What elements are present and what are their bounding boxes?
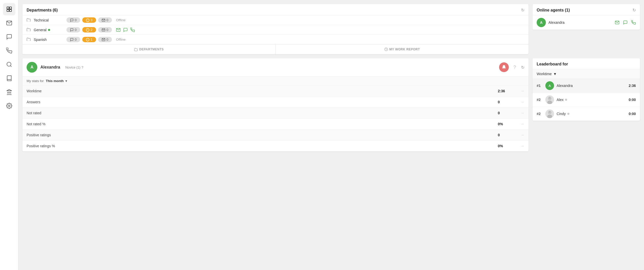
stat-arrow-not-rated-pct[interactable]: → — [520, 122, 524, 126]
dept-chat-count-general: 0 — [75, 28, 76, 32]
online-agents-card: Online agents (1) ↻ A Alexandra — [533, 4, 640, 30]
dept-ticket-count-general: 2 — [90, 28, 92, 32]
rank-1: #1 — [537, 84, 543, 88]
sidebar-item-mail[interactable] — [3, 17, 15, 29]
stat-arrow-not-rated[interactable]: → — [520, 111, 524, 115]
agent-icons-alexandra — [615, 20, 636, 25]
stats-filter-label: My stats for — [27, 79, 44, 83]
stat-row-not-rated-pct: Not rated % 0% → — [22, 118, 528, 129]
novice-question-icon[interactable]: ? — [82, 65, 83, 69]
agent-chat-icon[interactable] — [623, 20, 628, 25]
online-agents-title: Online agents (1) — [537, 8, 570, 13]
sidebar-item-phone[interactable] — [3, 44, 15, 57]
dept-action-email-general[interactable] — [116, 28, 121, 32]
stat-row-positive-ratings: Positive ratings 0 → — [22, 129, 528, 140]
stats-header: A Alexandra Novice (1) ? ? ↻ — [22, 58, 528, 76]
sidebar-item-chat[interactable] — [3, 31, 15, 43]
dept-action-chat-general[interactable] — [123, 28, 128, 32]
dept-stats-technical: 0 3 0 Offline — [66, 17, 524, 23]
dept-ticket-badge-general: 2 — [82, 27, 96, 32]
status-question-mark[interactable]: ? — [513, 65, 516, 70]
leaderboard-row-1: #1 A Alexandra 2:36 — [533, 78, 640, 93]
agent-name-alexandra: Alexandra — [548, 20, 612, 25]
svg-point-30 — [547, 100, 552, 104]
dept-actions-general — [116, 28, 135, 32]
sidebar-item-dashboard[interactable] — [3, 3, 15, 15]
stat-arrow-positive-ratings[interactable]: → — [520, 133, 524, 137]
my-stats-card: A Alexandra Novice (1) ? ? ↻ My stats fo… — [22, 58, 528, 151]
novice-badge: Novice (1) ? — [65, 65, 83, 69]
svg-line-6 — [10, 66, 11, 67]
dept-email-count-general: 0 — [106, 28, 108, 32]
dept-ticket-badge-spanish: 1 — [82, 37, 96, 42]
departments-title: Departments (6) — [27, 8, 58, 13]
departments-header: Departments (6) ↻ — [22, 4, 528, 15]
my-stats-refresh-icon[interactable]: ↻ — [521, 65, 524, 70]
sidebar-item-contacts[interactable] — [3, 72, 15, 84]
dept-online-dot-general — [48, 29, 50, 31]
sidebar-item-settings[interactable] — [3, 100, 15, 112]
my-stats-avatar: A — [27, 62, 37, 73]
sidebar-item-search[interactable] — [3, 58, 15, 71]
folder-icon-spanish — [27, 37, 31, 42]
lb-value-1: 2:36 — [629, 84, 636, 88]
lb-offline-dot-cindy — [567, 113, 569, 115]
stat-label-not-rated-pct: Not rated % — [27, 122, 498, 126]
stat-row-worktime: Worktime 2:36 → — [22, 85, 528, 96]
lb-avatar-alexandra: A — [545, 81, 554, 90]
stat-value-not-rated-pct: 0% — [498, 122, 518, 126]
agent-phone-icon[interactable] — [631, 20, 636, 25]
svg-rect-3 — [9, 9, 12, 12]
tab-departments[interactable]: DEPARTMENTS — [22, 44, 275, 54]
departments-refresh-icon[interactable]: ↻ — [521, 8, 524, 13]
dept-chat-count-spanish: 0 — [75, 38, 76, 41]
agent-email-icon[interactable] — [615, 20, 619, 25]
sidebar-item-bank[interactable] — [3, 86, 15, 98]
stat-value-worktime: 2:36 — [498, 89, 518, 93]
dropdown-arrow-icon: ▼ — [65, 79, 68, 83]
stat-arrow-answers[interactable]: → — [520, 100, 524, 104]
my-stats-agent-name: Alexandra — [40, 65, 60, 70]
svg-rect-1 — [9, 7, 12, 9]
svg-point-31 — [549, 98, 549, 98]
departments-tabs: DEPARTMENTS MY WORK REPORT — [22, 44, 528, 54]
agent-row-alexandra: A Alexandra — [533, 15, 640, 30]
bell-icon — [501, 65, 507, 70]
dept-ticket-badge-technical: 3 — [82, 17, 96, 23]
dept-action-phone-general[interactable] — [130, 28, 135, 32]
stat-arrow-worktime[interactable]: → — [520, 89, 524, 93]
dept-email-badge-general: 0 — [98, 27, 112, 32]
svg-point-5 — [7, 62, 11, 66]
departments-card: Departments (6) ↻ Technical 0 — [22, 4, 528, 54]
folder-icon-general — [27, 28, 31, 32]
stat-label-positive-ratings: Positive ratings — [27, 133, 498, 137]
online-agents-refresh-icon[interactable]: ↻ — [632, 8, 636, 13]
leaderboard-title: Leaderboard for — [537, 62, 568, 66]
dept-stats-spanish: 0 1 0 Offline — [66, 37, 524, 42]
agent-avatar-alexandra: A — [537, 18, 546, 27]
tab-my-work-report[interactable]: MY WORK REPORT — [275, 44, 529, 54]
status-icon-button[interactable] — [499, 62, 509, 72]
dept-status-spanish: Offline — [116, 38, 131, 41]
dept-email-count-spanish: 0 — [106, 38, 108, 41]
lb-offline-dot-alex — [565, 99, 567, 101]
dept-name-spanish: Spanish — [34, 38, 64, 42]
rank-2-cindy: #2 — [537, 112, 543, 116]
online-agents-header: Online agents (1) ↻ — [533, 4, 640, 15]
svg-point-13 — [8, 105, 10, 107]
lb-value-2-cindy: 0:00 — [629, 112, 636, 116]
svg-marker-12 — [7, 89, 12, 91]
lb-name-alexandra: Alexandra — [557, 84, 626, 88]
lb-avatar-alex — [545, 95, 554, 104]
cindy-avatar-svg — [545, 109, 554, 118]
stats-filter-dropdown[interactable]: This month ▼ — [46, 79, 68, 83]
dept-ticket-count-spanish: 1 — [90, 38, 92, 41]
leaderboard-filter-dropdown[interactable]: Worktime ▼ — [537, 72, 636, 76]
stat-value-positive-ratings-pct: 0% — [498, 144, 518, 148]
lb-name-alex: Alex — [557, 98, 626, 102]
dept-chat-count-technical: 0 — [75, 18, 76, 22]
sidebar — [0, 0, 18, 270]
stat-arrow-positive-ratings-pct[interactable]: → — [520, 144, 524, 148]
stat-value-not-rated: 0 — [498, 111, 518, 115]
leaderboard-row-3: #2 Cindy 0:00 — [533, 107, 640, 121]
